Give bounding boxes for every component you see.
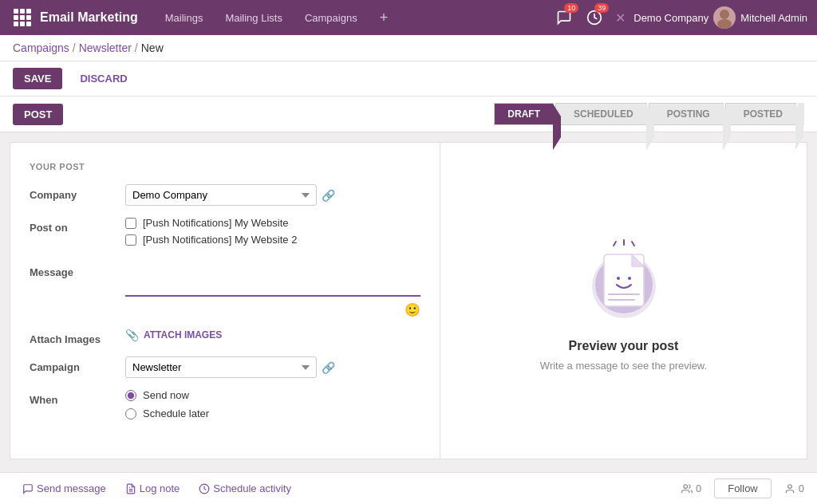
breadcrumb-bar: Campaigns / Newsletter / New xyxy=(0,35,817,61)
message-label: Message xyxy=(30,262,125,278)
emoji-button[interactable]: 🙂 xyxy=(405,302,420,317)
poston-checkbox-2[interactable] xyxy=(125,234,136,246)
message-row: Message 🙂 xyxy=(30,262,420,317)
company-control: Demo Company 🔗 xyxy=(125,184,420,206)
svg-line-11 xyxy=(632,242,634,246)
step-scheduled[interactable]: SCHEDULED xyxy=(555,103,647,125)
poston-control: [Push Notifications] My Website [Push No… xyxy=(125,217,420,250)
preview-svg-icon xyxy=(580,230,668,326)
svg-line-12 xyxy=(614,242,616,246)
status-pipeline: DRAFT SCHEDULED POSTING POSTED xyxy=(494,103,796,125)
svg-point-2 xyxy=(717,19,732,29)
chat-icon[interactable]: 10 xyxy=(551,5,577,30)
person-icon xyxy=(784,483,795,494)
action-bar: SAVE DISCARD xyxy=(0,61,817,96)
followers-count: 0 xyxy=(681,482,701,494)
followers-number: 0 xyxy=(696,482,701,494)
campaign-label: Campaign xyxy=(30,356,125,373)
log-note-button[interactable]: Log note xyxy=(116,482,190,494)
when-row: When Send now Schedule later xyxy=(30,389,420,426)
preview-title: Preview your post xyxy=(569,339,679,353)
schedule-activity-button[interactable]: Schedule activity xyxy=(189,482,301,494)
schedule-later-radio[interactable] xyxy=(125,408,136,419)
poston-row: Post on [Push Notifications] My Website … xyxy=(30,217,420,250)
send-message-label: Send message xyxy=(37,482,106,494)
status-bar: POST DRAFT SCHEDULED POSTING POSTED xyxy=(0,96,817,132)
breadcrumb-current: New xyxy=(141,41,164,54)
campaign-row: Campaign Newsletter 🔗 xyxy=(30,356,420,378)
log-note-icon xyxy=(125,483,136,494)
nav-campaigns[interactable]: Campaigns xyxy=(294,0,369,35)
breadcrumb-sep-1: / xyxy=(73,41,76,54)
app-grid-icon[interactable] xyxy=(10,5,35,30)
breadcrumb-newsletter[interactable]: Newsletter xyxy=(79,41,132,54)
section-label: Your Post xyxy=(30,162,420,171)
top-nav-right: 10 39 ✕ Demo Company Mitchell Admin xyxy=(551,5,807,30)
followers-icon xyxy=(681,483,693,494)
form-panel: Your Post Company Demo Company 🔗 Post on… xyxy=(10,142,440,459)
breadcrumb: Campaigns / Newsletter / New xyxy=(13,41,164,54)
poston-label-1[interactable]: [Push Notifications] My Website xyxy=(143,217,289,229)
svg-point-14 xyxy=(684,484,688,488)
breadcrumb-campaigns[interactable]: Campaigns xyxy=(13,41,69,54)
clock-badge: 39 xyxy=(594,3,609,13)
company-name[interactable]: Demo Company xyxy=(633,12,708,24)
campaign-select[interactable]: Newsletter xyxy=(125,356,317,378)
message-textarea[interactable] xyxy=(125,262,420,297)
schedule-activity-icon xyxy=(199,483,210,494)
message-control: 🙂 xyxy=(125,262,420,317)
step-posted[interactable]: POSTED xyxy=(725,103,796,125)
nav-add-button[interactable]: + xyxy=(369,0,400,35)
step-draft[interactable]: DRAFT xyxy=(494,103,554,125)
schedule-later-label[interactable]: Schedule later xyxy=(143,408,209,419)
svg-point-1 xyxy=(720,10,729,19)
paperclip-icon: 📎 xyxy=(125,329,139,341)
svg-point-7 xyxy=(628,277,631,280)
poston-option-2: [Push Notifications] My Website 2 xyxy=(125,234,420,246)
bottom-right: 0 Follow 0 xyxy=(681,478,804,498)
poston-label-2[interactable]: [Push Notifications] My Website 2 xyxy=(143,234,297,246)
main-area: Your Post Company Demo Company 🔗 Post on… xyxy=(0,132,817,469)
nav-mailing-lists[interactable]: Mailing Lists xyxy=(214,0,294,35)
user-avatar[interactable] xyxy=(713,6,736,29)
company-select-wrapper: Demo Company 🔗 xyxy=(125,184,420,206)
preview-subtitle: Write a message to see the preview. xyxy=(540,360,707,372)
breadcrumb-sep-2: / xyxy=(135,41,138,54)
send-message-button[interactable]: Send message xyxy=(13,482,116,494)
campaign-select-wrapper: Newsletter 🔗 xyxy=(125,356,420,378)
user-name: Mitchell Admin xyxy=(740,12,807,24)
attach-label: Attach Images xyxy=(30,329,125,345)
company-row: Company Demo Company 🔗 xyxy=(30,184,420,206)
nav-links: Mailings Mailing Lists Campaigns + xyxy=(154,0,552,35)
when-schedule-later-row: Schedule later xyxy=(125,408,420,419)
send-now-radio[interactable] xyxy=(125,390,136,401)
chat-badge: 10 xyxy=(564,3,578,13)
schedule-activity-label: Schedule activity xyxy=(213,482,291,494)
post-button[interactable]: POST xyxy=(13,104,63,125)
message-input-wrapper: 🙂 xyxy=(125,262,420,299)
follow-button[interactable]: Follow xyxy=(714,478,772,498)
discard-button[interactable]: DISCARD xyxy=(69,68,138,89)
save-button[interactable]: SAVE xyxy=(13,68,62,89)
clock-icon[interactable]: 39 xyxy=(582,5,607,30)
app-title: Email Marketing xyxy=(40,10,138,25)
attach-images-button[interactable]: 📎 ATTACH IMAGES xyxy=(125,329,222,341)
attach-control: 📎 ATTACH IMAGES xyxy=(125,329,420,341)
campaign-external-link[interactable]: 🔗 xyxy=(322,361,335,374)
company-select[interactable]: Demo Company xyxy=(125,184,317,206)
svg-point-6 xyxy=(617,277,620,280)
poston-checkbox-1[interactable] xyxy=(125,218,136,229)
step-posting[interactable]: POSTING xyxy=(649,103,724,125)
grid-icon xyxy=(14,9,31,26)
svg-point-15 xyxy=(787,484,791,488)
preview-illustration xyxy=(580,230,668,326)
campaign-control: Newsletter 🔗 xyxy=(125,356,420,378)
nav-mailings[interactable]: Mailings xyxy=(154,0,215,35)
log-note-label: Log note xyxy=(140,482,180,494)
poston-label: Post on xyxy=(30,217,125,234)
preview-panel: Preview your post Write a message to see… xyxy=(440,142,807,459)
send-now-label[interactable]: Send now xyxy=(143,389,189,401)
company-external-link[interactable]: 🔗 xyxy=(322,189,335,202)
attach-row: Attach Images 📎 ATTACH IMAGES xyxy=(30,329,420,345)
attach-button-label: ATTACH IMAGES xyxy=(144,329,222,341)
